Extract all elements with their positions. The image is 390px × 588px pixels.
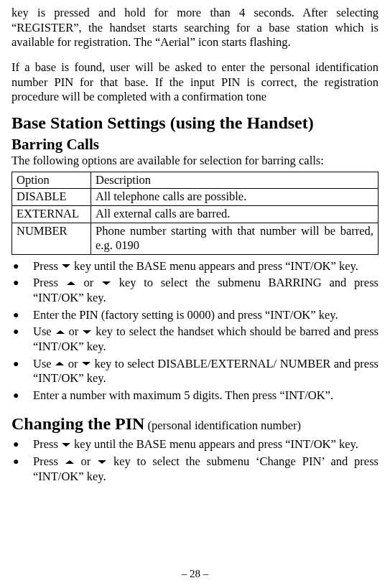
step-text-pre: Use <box>33 357 55 370</box>
or-text: or <box>75 454 97 468</box>
list-item: Enter the PIN (factory setting is 0000) … <box>11 308 379 323</box>
triangle-down-icon <box>62 264 70 268</box>
table-cell: NUMBER <box>12 223 91 254</box>
triangle-down-icon <box>98 460 106 464</box>
step-text-post: key until the BASE menu appears and pres… <box>71 437 358 451</box>
step-text-pre: Use <box>33 325 55 338</box>
triangle-up-icon <box>65 460 74 464</box>
triangle-down-icon <box>82 362 90 365</box>
or-text: or <box>65 325 83 338</box>
triangle-down-icon <box>83 330 91 334</box>
intro-paragraph-2: If a base is found, user will be asked t… <box>11 60 379 105</box>
table-cell: Phone number starting with that number w… <box>91 223 379 254</box>
heading-base-station-settings: Base Station Settings (using the Handset… <box>11 112 379 134</box>
heading-changing-pin-row: Changing the PIN (personal identificatio… <box>11 413 379 434</box>
table-header-option: Option <box>12 172 91 189</box>
list-item: Press key until the BASE menu appears an… <box>11 437 379 452</box>
table-header-description: Description <box>91 172 379 189</box>
list-item: Use or key to select DISABLE/EXTERNAL/ N… <box>11 357 379 386</box>
step-text-pre: Press <box>33 437 61 451</box>
triangle-down-icon <box>102 281 111 285</box>
triangle-up-icon <box>55 362 64 365</box>
triangle-down-icon <box>62 443 70 447</box>
table-cell: EXTERNAL <box>12 205 91 223</box>
intro-paragraph-1: key is pressed and hold for more than 4 … <box>11 6 379 50</box>
table-row: EXTERNAL All external calls are barred. <box>12 205 379 223</box>
list-item: Use or key to select the handset which s… <box>11 325 379 354</box>
step-text-post: key until the BASE menu appears and pres… <box>71 259 358 273</box>
or-text: or <box>65 357 81 370</box>
table-cell: DISABLE <box>12 189 91 206</box>
table-row: NUMBER Phone number starting with that n… <box>12 223 379 254</box>
barring-options-table: Option Description DISABLE All telephone… <box>11 172 379 255</box>
page-number: – 28 – <box>0 567 390 581</box>
heading-changing-pin: Changing the PIN <box>11 414 144 433</box>
step-text-pre: Press <box>33 276 66 289</box>
table-cell: All telephone calls are possible. <box>91 189 379 206</box>
table-cell: All external calls are barred. <box>91 205 379 223</box>
barring-steps-list: Press key until the BASE menu appears an… <box>11 259 379 403</box>
triangle-up-icon <box>56 330 65 334</box>
step-text-pre: Press <box>33 259 61 273</box>
barring-lead: The following options are available for … <box>11 154 379 169</box>
heading-changing-pin-suffix: (personal identification number) <box>144 419 301 432</box>
page: key is pressed and hold for more than 4 … <box>0 0 390 588</box>
list-item: Enter a number with maximum 5 digits. Th… <box>11 388 379 403</box>
table-row: DISABLE All telephone calls are possible… <box>12 189 379 206</box>
triangle-up-icon <box>67 281 75 285</box>
step-text: Enter the PIN (factory setting is 0000) … <box>33 308 338 322</box>
list-item: Press or key to select the submenu BARRI… <box>11 276 379 305</box>
step-text-post: key to select the handset which should b… <box>33 325 379 353</box>
table-row: Option Description <box>12 172 379 189</box>
step-text: Enter a number with maximum 5 digits. Th… <box>33 388 333 402</box>
list-item: Press key until the BASE menu appears an… <box>11 259 379 274</box>
step-text-pre: Press <box>33 454 65 468</box>
changing-steps-list: Press key until the BASE menu appears an… <box>11 437 379 484</box>
list-item: Press or key to select the submenu ‘Chan… <box>11 454 379 484</box>
step-text-post: key to select DISABLE/EXTERNAL/ NUMBER a… <box>33 357 379 386</box>
heading-barring-calls: Barring Calls <box>11 135 379 154</box>
or-text: or <box>76 276 101 289</box>
